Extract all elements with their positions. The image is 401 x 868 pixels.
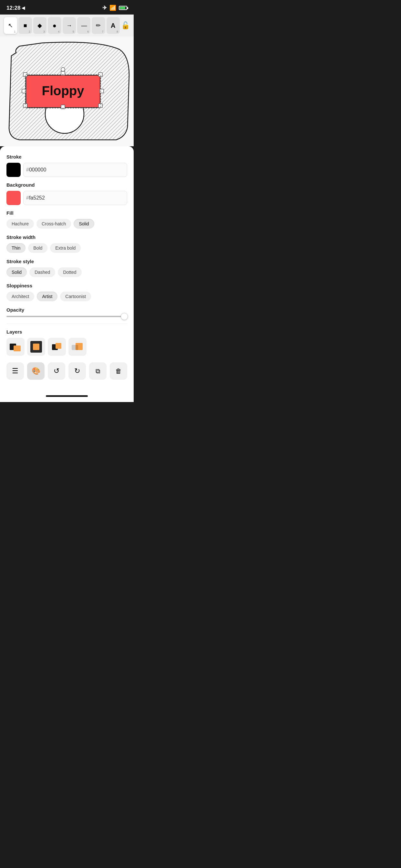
stroke-hex-input[interactable] (29, 167, 124, 173)
svg-rect-10 (98, 104, 102, 107)
tool-rectangle[interactable]: ■ 2 (19, 17, 32, 34)
opacity-slider-track[interactable] (6, 316, 127, 317)
layer-item-4[interactable] (68, 338, 87, 356)
stroke-style-label: Stroke style (6, 259, 127, 264)
sloppiness-architect[interactable]: Architect (6, 291, 34, 301)
canvas-svg: Floppy (0, 36, 134, 146)
line-icon: — (81, 22, 87, 29)
background-color-row: # (6, 191, 127, 205)
tool-num-5: 5 (73, 30, 74, 33)
undo-icon: ↺ (54, 367, 59, 375)
home-indicator (0, 393, 134, 402)
opacity-slider-row (6, 316, 127, 317)
redo-icon: ↻ (74, 367, 80, 375)
opacity-label: Opacity (6, 307, 127, 313)
tool-num-6: 6 (87, 30, 89, 33)
sloppiness-cartoonist[interactable]: Cartoonist (60, 291, 91, 301)
tool-diamond[interactable]: ◆ 3 (33, 17, 47, 34)
select-icon: ↖ (8, 22, 13, 29)
bg-hash: # (26, 195, 29, 201)
arrow-icon: → (66, 22, 72, 29)
layer-item-3[interactable] (48, 338, 66, 356)
duplicate-button[interactable]: ⧉ (89, 362, 106, 380)
opacity-section: Opacity (6, 307, 127, 317)
trash-icon: 🗑 (115, 368, 122, 375)
svg-text:Floppy: Floppy (42, 84, 84, 98)
svg-point-11 (61, 67, 65, 71)
tool-num-4: 4 (58, 30, 59, 33)
layer-item-2[interactable] (27, 338, 45, 356)
fill-option-cross-hatch[interactable]: Cross-hatch (36, 219, 71, 228)
fill-option-solid[interactable]: Solid (73, 219, 94, 228)
delete-button[interactable]: 🗑 (110, 362, 127, 380)
stroke-color-swatch[interactable] (6, 163, 21, 177)
stroke-hash: # (26, 167, 29, 173)
stroke-style-dashed[interactable]: Dashed (29, 268, 55, 277)
battery-indicator (119, 6, 127, 10)
fill-options: Hachure Cross-hatch Solid (6, 219, 127, 228)
stroke-label: Stroke (6, 154, 127, 159)
tool-arrow[interactable]: → 5 (63, 17, 76, 34)
text-icon: A (111, 22, 115, 29)
duplicate-icon: ⧉ (96, 368, 100, 375)
tool-select[interactable]: ↖ 1 (4, 17, 17, 34)
bg-hex-input[interactable] (29, 195, 124, 201)
ellipse-icon: ● (53, 22, 57, 29)
tool-pencil[interactable]: ✏ 7 (92, 17, 105, 34)
tool-num-1: 1 (14, 30, 16, 33)
location-icon: ◀ (22, 5, 25, 10)
sloppiness-options: Architect Artist Cartoonist (6, 291, 127, 301)
tool-text[interactable]: A 8 (106, 17, 120, 34)
status-icons: ✈ 📶 (102, 4, 127, 11)
layers-grid (6, 338, 127, 356)
stroke-width-bold[interactable]: Bold (28, 243, 48, 253)
style-button[interactable]: 🎨 (27, 362, 44, 380)
bottom-toolbar: ☰ 🎨 ↺ ↻ ⧉ 🗑 (6, 362, 127, 380)
undo-button[interactable]: ↺ (48, 362, 65, 380)
stroke-color-row: # (6, 163, 127, 177)
stroke-color-input-wrapper: # (23, 163, 127, 177)
tool-num-3: 3 (43, 30, 45, 33)
menu-button[interactable]: ☰ (6, 362, 24, 380)
bg-color-swatch[interactable] (6, 191, 21, 205)
tool-line[interactable]: — 6 (77, 17, 90, 34)
divider (6, 323, 127, 324)
home-bar (46, 395, 88, 397)
wifi-icon: 📶 (110, 4, 116, 11)
stroke-width-options: Thin Bold Extra bold (6, 243, 127, 253)
stroke-width-extra-bold[interactable]: Extra bold (50, 243, 81, 253)
bg-color-input-wrapper: # (23, 191, 127, 205)
sloppiness-artist[interactable]: Artist (37, 291, 58, 301)
properties-panel: Stroke # Background # Fill Hachure Cross… (0, 146, 134, 393)
fill-label: Fill (6, 210, 127, 216)
diamond-icon: ◆ (37, 22, 42, 29)
toolbar: ↖ 1 ■ 2 ◆ 3 ● 4 → 5 — 6 ✏ 7 A 8 🔓 (0, 14, 134, 36)
svg-rect-15 (13, 345, 21, 351)
status-bar: 12:28 ◀ ✈ 📶 (0, 0, 134, 14)
stroke-style-dotted[interactable]: Dotted (58, 268, 81, 277)
tool-num-2: 2 (29, 30, 30, 33)
opacity-slider-thumb[interactable] (121, 313, 128, 320)
redo-button[interactable]: ↻ (68, 362, 86, 380)
rectangle-icon: ■ (24, 22, 27, 29)
sloppiness-label: Sloppiness (6, 283, 127, 288)
pencil-icon: ✏ (96, 22, 101, 29)
opacity-slider-fill (6, 316, 125, 317)
svg-rect-21 (72, 345, 78, 350)
lock-icon[interactable]: 🔓 (121, 21, 130, 30)
fill-option-hachure[interactable]: Hachure (6, 219, 34, 228)
tool-ellipse[interactable]: ● 4 (48, 17, 61, 34)
svg-rect-17 (33, 344, 39, 350)
stroke-style-options: Solid Dashed Dotted (6, 268, 127, 277)
svg-rect-19 (56, 343, 61, 349)
stroke-width-thin[interactable]: Thin (6, 243, 26, 253)
style-icon: 🎨 (32, 367, 40, 375)
tool-num-7: 7 (102, 30, 104, 33)
hamburger-icon: ☰ (12, 367, 19, 375)
stroke-width-label: Stroke width (6, 235, 127, 240)
stroke-style-solid[interactable]: Solid (6, 268, 27, 277)
airplane-icon: ✈ (102, 4, 107, 11)
canvas-area[interactable]: Floppy (0, 36, 134, 146)
background-label: Background (6, 182, 127, 188)
layer-item-1[interactable] (6, 338, 25, 356)
